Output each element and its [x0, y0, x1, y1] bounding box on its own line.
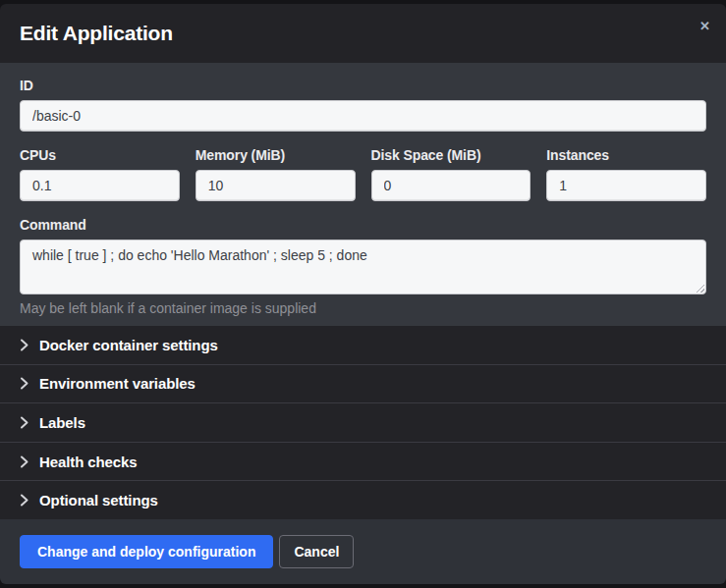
command-textarea[interactable]: while [ true ] ; do echo 'Hello Marathon… [20, 240, 706, 294]
section-toggle-health-checks[interactable]: Health checks [0, 442, 726, 481]
command-label: Command [20, 217, 706, 233]
disk-label: Disk Space (MiB) [371, 147, 531, 163]
command-field-group: Command while [ true ] ; do echo 'Hello … [20, 217, 706, 316]
close-button[interactable]: ✕ [696, 16, 714, 36]
section-toggle-optional-settings[interactable]: Optional settings [0, 480, 726, 519]
instances-field-group: Instances [546, 147, 706, 201]
chevron-right-icon [20, 455, 28, 468]
collapsible-sections: Docker container settings Environment va… [0, 326, 726, 519]
page-title: Edit Application [20, 22, 173, 45]
section-label: Labels [39, 414, 85, 431]
command-help-text: May be left blank if a container image i… [20, 300, 706, 316]
modal-header: Edit Application ✕ [0, 4, 726, 63]
section-toggle-environment-variables[interactable]: Environment variables [0, 364, 726, 403]
id-field-group: ID [20, 78, 706, 132]
close-icon: ✕ [699, 19, 710, 33]
instances-input[interactable] [546, 170, 706, 201]
edit-application-modal: Edit Application ✕ ID CPUs Memory (MiB) … [0, 4, 726, 584]
cpus-input[interactable] [20, 170, 180, 201]
section-label: Health checks [39, 454, 138, 470]
disk-field-group: Disk Space (MiB) [371, 147, 531, 201]
cpus-field-group: CPUs [20, 147, 180, 201]
resources-row: CPUs Memory (MiB) Disk Space (MiB) Insta… [20, 147, 706, 201]
disk-input[interactable] [371, 170, 531, 201]
chevron-right-icon [20, 494, 28, 507]
instances-label: Instances [546, 147, 706, 163]
modal-footer: Change and deploy configuration Cancel [0, 519, 726, 584]
cpus-label: CPUs [20, 147, 180, 163]
memory-label: Memory (MiB) [195, 147, 356, 163]
section-label: Optional settings [39, 492, 158, 508]
chevron-right-icon [20, 416, 28, 429]
section-toggle-docker-container-settings[interactable]: Docker container settings [0, 326, 726, 364]
chevron-right-icon [20, 339, 28, 351]
section-toggle-labels[interactable]: Labels [0, 402, 726, 442]
memory-field-group: Memory (MiB) [195, 147, 356, 201]
application-form: ID CPUs Memory (MiB) Disk Space (MiB) In… [0, 63, 726, 326]
section-label: Docker container settings [39, 337, 218, 353]
id-label: ID [20, 78, 706, 93]
change-and-deploy-button[interactable]: Change and deploy configuration [20, 535, 273, 568]
section-label: Environment variables [39, 375, 195, 392]
memory-input[interactable] [195, 170, 356, 201]
cancel-button[interactable]: Cancel [279, 535, 354, 568]
id-input[interactable] [20, 100, 706, 132]
chevron-right-icon [20, 377, 28, 390]
